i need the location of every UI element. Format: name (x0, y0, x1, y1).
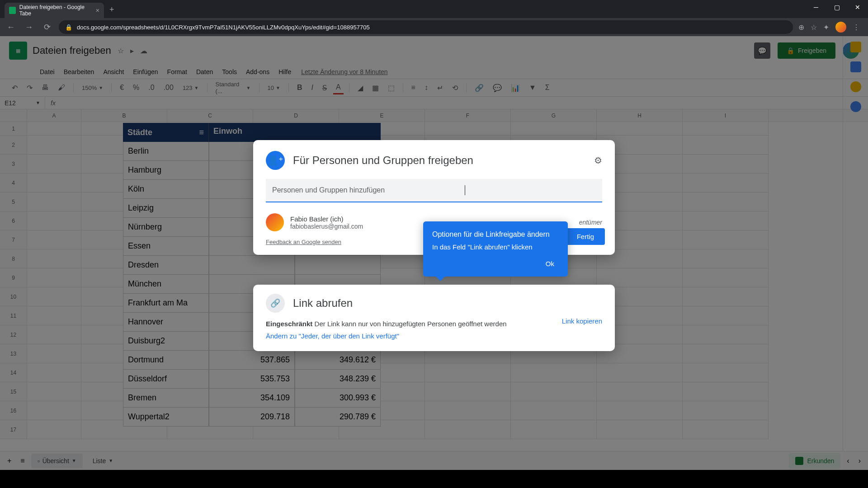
instruction-tooltip: Optionen für die Linkfreigabe ändern In … (423, 221, 568, 277)
owner-label: entümer (579, 219, 602, 226)
zoom-icon[interactable]: ⊕ (798, 23, 804, 32)
restriction-text: Eingeschränkt Der Link kann nur von hinz… (266, 319, 519, 329)
gear-icon[interactable]: ⚙ (594, 155, 602, 166)
sheets-favicon (9, 7, 16, 14)
link-icon: 🔗 (266, 294, 285, 313)
menu-icon[interactable]: ⋮ (853, 23, 860, 32)
star-icon[interactable]: ☆ (811, 23, 817, 32)
address-bar[interactable]: 🔒 docs.google.com/spreadsheets/d/1L0CRXr… (59, 20, 793, 34)
forward-icon[interactable]: → (23, 21, 35, 33)
user-name: Fabio Basler (ich) (290, 215, 363, 223)
get-link-dialog[interactable]: 🔗 Link abrufen Eingeschränkt Der Link ka… (253, 285, 615, 351)
feedback-link[interactable]: Feedback an Google senden (266, 239, 341, 245)
input-placeholder: Personen und Gruppen hinzufügen (272, 186, 385, 194)
close-tab-icon[interactable]: × (96, 7, 99, 14)
maximize-icon[interactable]: ▢ (826, 0, 847, 14)
done-button[interactable]: Fertig (566, 228, 605, 245)
link-dialog-title: Link abrufen (293, 297, 602, 310)
user-email: fabiobaslerus@gmail.com (290, 223, 363, 230)
profile-avatar[interactable] (835, 22, 846, 33)
reload-icon[interactable]: ⟳ (41, 21, 53, 33)
new-tab-button[interactable]: + (104, 1, 120, 18)
tooltip-ok-button[interactable]: Ok (541, 257, 559, 270)
back-icon[interactable]: ← (5, 21, 17, 33)
change-link-access[interactable]: Ändern zu "Jeder, der über den Link verf… (266, 332, 399, 340)
extensions-icon[interactable]: ✦ (823, 23, 829, 32)
url-text: docs.google.com/spreadsheets/d/1L0CRXrgx… (77, 24, 370, 31)
user-avatar (266, 213, 284, 231)
tooltip-title: Optionen für die Linkfreigabe ändern (432, 230, 559, 239)
person-add-icon: 👤⁺ (266, 151, 285, 170)
tab-title: Dateien freigeben - Google Tabe (19, 4, 92, 17)
minimize-icon[interactable]: ─ (806, 0, 826, 14)
text-cursor (465, 185, 465, 195)
add-people-input[interactable]: Personen und Gruppen hinzufügen (266, 179, 602, 202)
tooltip-body: In das Feld "Link abrufen" klicken (432, 242, 559, 252)
copy-link-button[interactable]: Link kopieren (562, 317, 602, 325)
browser-tab[interactable]: Dateien freigeben - Google Tabe × (5, 3, 104, 18)
share-dialog-title: Für Personen und Gruppen freigeben (293, 154, 586, 167)
lock-icon: 🔒 (65, 24, 72, 31)
close-window-icon[interactable]: ✕ (847, 0, 868, 14)
